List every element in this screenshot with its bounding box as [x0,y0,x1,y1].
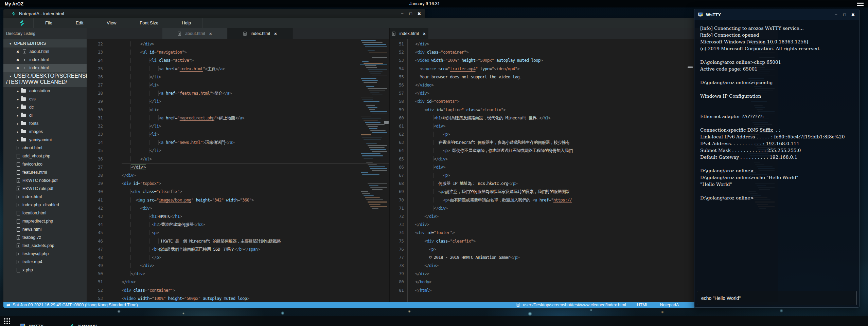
wstty-titlebar[interactable]: WsTTY − □ ✖ [694,9,859,20]
chevron-down-icon: ▾ [10,74,11,78]
terminal-line: Link-local IPv6 Address . . . . . : fe80… [700,133,859,140]
taskbar-item-wstty[interactable]: WsTTY [17,321,47,326]
status-language[interactable]: HTML [637,303,649,307]
tab-about-html[interactable]: about.html✖ [162,28,228,39]
tree-folder-autostation[interactable]: ▸autostation [3,87,87,95]
tree-folder-css[interactable]: ▸css [3,95,87,103]
workspace-root-header[interactable]: ▾ USER:/DESKTOP/SCREENSHOT /TEST/WWW CLE… [3,72,87,87]
maximize-icon[interactable]: □ [842,12,847,17]
line-number: 31 [87,114,103,122]
sidebar-heading: Directory Listing [3,28,87,39]
tree-file-features-html[interactable]: features.html [3,168,87,176]
menu-item-view[interactable]: View [95,18,128,28]
tree-file-trailer-mp4[interactable]: trailer.mp4 [3,258,87,266]
menu-item-help[interactable]: Help [170,18,203,28]
tree-file-news-html[interactable]: news.html [3,225,87,233]
close-icon[interactable]: ✖ [417,11,422,16]
close-icon[interactable]: ✖ [423,32,426,36]
code-line: HKWTC 是一個 Minecraft 的建築伺服器，主要建築計劃包括鐵路 [122,237,389,245]
file-icon [17,195,20,199]
file-label: features.html [22,170,47,175]
open-editor-item-about-html[interactable]: ✖about.html [3,47,87,56]
file-icon [17,219,20,224]
line-number: 55 [390,73,404,81]
desktop: My ArOZ January 9 16:31 NotepadA - index… [0,0,868,326]
menu-item-file[interactable]: File [33,18,64,28]
tree-file-about-html[interactable]: about.html [3,144,87,152]
code-line: </div> [122,270,389,278]
chevron-right-icon: ▸ [17,122,19,126]
minimize-icon[interactable]: − [400,11,405,16]
tree-file-add-vhost-php[interactable]: add_vhost.php [3,152,87,160]
line-number: 54 [390,65,404,73]
open-editors-header[interactable]: ▾ OPEN EDITORS [3,39,87,47]
tree-file-teabag-7z[interactable]: teabag.7z [3,233,87,242]
hamburger-menu-icon[interactable] [857,2,864,6]
close-icon[interactable]: ✖ [850,12,856,17]
folder-label: dc [29,105,34,110]
editor-group-left: about.html✖index.html✖ 22232425262728293… [87,28,389,302]
app-launcher-grid-icon[interactable] [4,318,10,324]
taskbar-item-notepada[interactable]: NotepadA [66,321,101,326]
line-number: 70 [390,196,404,204]
tree-folder-yamiyamimi[interactable]: ▸yamiyamimi [3,136,87,144]
close-icon[interactable]: ✖ [274,32,277,36]
terminal-line: Connection-specific DNS Suffix . : [700,127,859,133]
code-line: <li> [122,81,389,89]
chevron-down-icon: ▾ [10,42,11,45]
minimize-icon[interactable]: − [833,12,839,17]
tree-file-mapredirect-php[interactable]: mapredirect.php [3,217,87,225]
tree-file-x-php[interactable]: x.php [3,266,87,274]
code-line: <a href="mapredirect.php">網上地圖</a> [122,114,389,122]
menu-item-font-size[interactable]: Font Size [128,18,170,28]
line-number: 78 [390,262,404,270]
tab-index-html[interactable]: index.html✖ [228,28,293,39]
tree-folder-fonts[interactable]: ▸fonts [3,119,87,128]
tree-file-test-sockets-php[interactable]: test_sockets.php [3,242,87,250]
tree-folder-dl[interactable]: ▸dl [3,111,87,119]
file-icon [17,235,20,240]
tab-index-html[interactable]: index.html✖ [390,28,428,39]
file-label: about.html [22,146,42,150]
line-number: 52 [87,286,103,294]
notepada-window-titlebar[interactable]: NotepadA - index.html − □ ✖ [3,9,425,18]
terminal-output[interactable]: [info] Conencting to arozos WsTTY servic… [694,20,859,289]
line-number: 72 [390,212,404,220]
tree-file-testmysql-php[interactable]: testmysql.php [3,250,87,258]
code-line: <img src="images/box.png" height="342" w… [122,196,389,204]
line-number: 59 [390,106,404,114]
taskbar-item-label: WsTTY [29,324,43,326]
pane-resize-handle[interactable] [384,121,389,124]
file-icon [392,32,395,36]
minimap-slider[interactable] [688,66,693,68]
maximize-icon[interactable]: □ [408,11,413,16]
file-icon [17,268,20,272]
code-line: <li> [122,106,389,114]
tree-file-hkwtc-rule-pdf[interactable]: HKWTC rule.pdf [3,185,87,193]
left-editor[interactable]: 2223242526272829303132333435363738394041… [87,39,389,302]
menu-item-edit[interactable]: Edit [64,18,95,28]
tree-folder-dc[interactable]: ▸dc [3,103,87,111]
close-icon[interactable]: ✖ [16,50,19,54]
line-number: 24 [87,56,103,64]
line-number: 28 [87,89,103,97]
line-number-gutter: 2223242526272829303132333435363738394041… [87,39,107,302]
tree-file-hkwtc-notice-pdf[interactable]: HKWTC notice.pdf [3,176,87,185]
close-icon[interactable]: ✖ [16,66,19,70]
open-editor-item-index-html[interactable]: ✖index.html [3,56,87,64]
tree-file-index-html[interactable]: index.html [3,193,87,201]
file-icon [243,32,246,36]
folder-icon [21,138,26,141]
close-icon[interactable]: ✖ [209,32,212,36]
tree-file-location-html[interactable]: location.html [3,209,87,217]
tree-file-index-php-disabled[interactable]: index.php_disabled [3,201,87,209]
terminal-command-input[interactable] [697,291,857,305]
open-editor-item-index-html[interactable]: ✖index.html [3,64,87,72]
code-line: <h1>HKWTC</h1> [122,212,389,220]
tree-folder-images[interactable]: ▸images [3,128,87,136]
tree-file-favicon-ico[interactable]: favicon.ico [3,160,87,168]
minimap[interactable] [360,40,387,230]
close-icon[interactable]: ✖ [16,58,19,62]
taskbar: WsTTYNotepadA [0,316,868,326]
code-area[interactable]: </div> <ul id="navigation"> <li class="a… [107,39,389,302]
